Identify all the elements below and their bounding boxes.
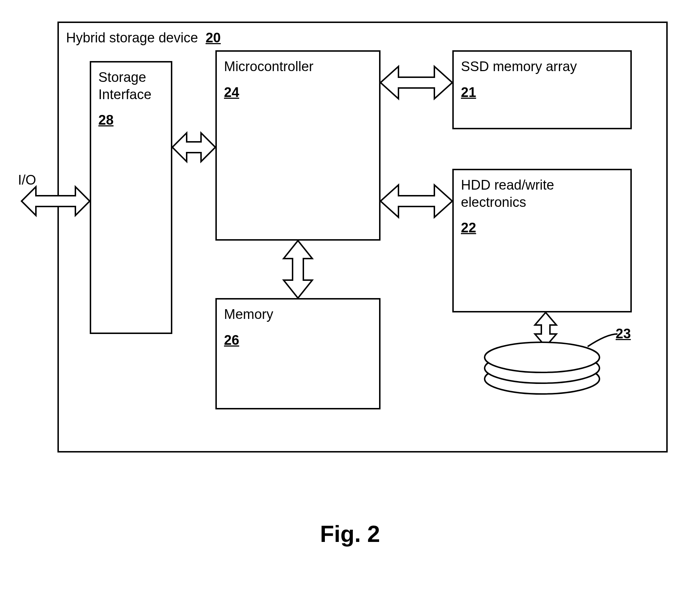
figure-label: Fig. 2	[0, 521, 700, 547]
microcontroller-ref: 24	[224, 85, 239, 100]
ssd-ref: 21	[461, 85, 476, 100]
ssd-box: SSD memory array 21	[452, 50, 632, 129]
memory-ref: 26	[224, 333, 239, 348]
microcontroller-box: Microcontroller 24	[215, 50, 381, 241]
hdd-label: HDD read/write electronics	[461, 177, 623, 211]
io-label: I/O	[18, 172, 36, 188]
storage-interface-label: Storage Interface	[98, 69, 164, 103]
microcontroller-label: Microcontroller	[224, 58, 372, 75]
platters-ref: 23	[616, 326, 631, 342]
hdd-ref: 22	[461, 220, 476, 235]
hdd-box: HDD read/write electronics 22	[452, 169, 632, 312]
ssd-label: SSD memory array	[461, 58, 623, 75]
outer-box-title: Hybrid storage device 20	[66, 30, 221, 45]
storage-interface-box: Storage Interface 28	[90, 61, 172, 334]
memory-box: Memory 26	[215, 298, 381, 409]
memory-label: Memory	[224, 306, 372, 323]
storage-interface-ref: 28	[98, 112, 113, 127]
diagram-canvas: Hybrid storage device 20 Storage Interfa…	[0, 0, 700, 608]
